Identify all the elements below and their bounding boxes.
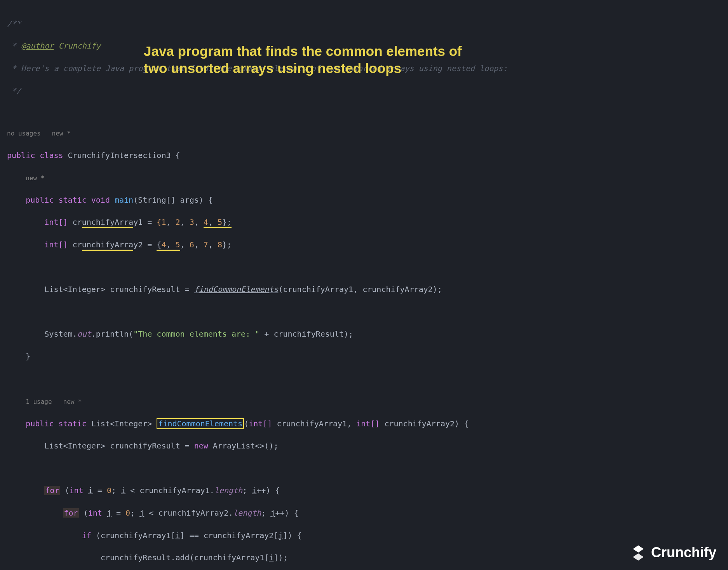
kw-void: void	[91, 195, 110, 205]
var-array1: crunchifyArray1	[139, 486, 210, 495]
kw-class: class	[40, 151, 63, 160]
kw-if: if	[82, 531, 91, 540]
code-editor[interactable]: /** * @author Crunchify * Here's a compl…	[0, 0, 728, 570]
crunchify-watermark: Crunchify	[629, 544, 716, 561]
type-string-array: String[]	[138, 195, 175, 205]
type-int-array: int[]	[249, 419, 272, 428]
method-add: add	[176, 553, 190, 562]
javadoc-author-tag: @author	[21, 41, 54, 50]
kw-new: new	[194, 441, 208, 450]
num-zero: 0	[125, 508, 130, 518]
param-array1: crunchifyArray1	[277, 419, 347, 428]
array1-values: {1, 2, 3, 4, 5	[157, 217, 222, 228]
type-int-array: int[]	[356, 419, 380, 428]
kw-int: int	[70, 486, 84, 495]
var-array1: crunchifyArray1	[101, 531, 171, 540]
field-length: length	[214, 486, 242, 495]
kw-static: static	[58, 419, 86, 428]
param-array2: crunchifyArray2	[384, 419, 455, 428]
class-system: System	[44, 329, 72, 339]
type-list: List	[91, 419, 110, 428]
var-array1: crunchifyArray1	[73, 217, 143, 228]
var-result: crunchifyResult	[273, 329, 344, 339]
array2-values: {4, 5, 6, 7, 8	[157, 240, 222, 251]
var-result: crunchifyResult	[110, 441, 180, 450]
comment-star: *	[7, 41, 21, 50]
main-method: main	[115, 195, 133, 205]
method-println: println	[96, 329, 129, 339]
var-result: crunchifyResult	[101, 553, 171, 562]
call-findCommonElements: findCommonElements	[194, 285, 279, 294]
type-int-array: int[]	[44, 240, 68, 249]
method-findCommonElements: findCommonElements	[157, 418, 244, 429]
num-zero: 0	[107, 486, 111, 495]
field-out: out	[77, 329, 91, 339]
var-j: j	[107, 508, 111, 518]
type-integer: Integer	[115, 419, 147, 428]
var-i: i	[252, 486, 256, 495]
kw-public: public	[7, 151, 35, 160]
string-literal: "The common elements are: "	[133, 329, 260, 339]
var-i: i	[176, 531, 180, 540]
arg-array1: crunchifyArray1	[283, 285, 354, 294]
kw-public: public	[26, 195, 54, 205]
type-integer: Integer	[68, 285, 101, 294]
type-list: List	[44, 441, 63, 450]
kw-public: public	[26, 419, 54, 428]
var-i: i	[88, 486, 93, 495]
javadoc-author-name: Crunchify	[54, 41, 100, 50]
comment-open: /**	[7, 19, 21, 28]
class-usage-hint: no usages new *	[7, 130, 71, 137]
var-array2: crunchifyArray2	[73, 240, 143, 251]
comment-close: */	[7, 86, 21, 96]
crunchify-logo-icon	[629, 544, 647, 561]
type-int-array: int[]	[44, 217, 68, 227]
field-length: length	[233, 508, 261, 518]
var-j: j	[270, 508, 275, 518]
headline-overlay: Java program that finds the common eleme…	[144, 43, 474, 77]
main-usage-hint: new *	[26, 174, 44, 182]
var-j: j	[139, 508, 144, 518]
var-i: i	[121, 486, 125, 495]
var-i: i	[269, 553, 273, 562]
kw-static: static	[58, 195, 86, 205]
var-result: crunchifyResult	[110, 285, 180, 294]
type-list: List	[44, 285, 63, 294]
kw-int: int	[88, 508, 102, 518]
param-args: args	[180, 195, 199, 205]
kw-for: for	[44, 486, 60, 495]
var-array2: crunchifyArray2	[204, 531, 274, 540]
type-integer: Integer	[68, 441, 101, 450]
class-name: CrunchifyIntersection3	[68, 151, 171, 160]
var-j: j	[278, 531, 283, 540]
kw-for: for	[63, 508, 79, 518]
watermark-text: Crunchify	[651, 547, 716, 558]
var-array2: crunchifyArray2	[158, 508, 228, 518]
arg-array2: crunchifyArray2	[362, 285, 433, 294]
class-arraylist: ArrayList	[213, 441, 255, 450]
var-array1: crunchifyArray1	[194, 553, 265, 562]
method-usage-hint: 1 usage new *	[26, 398, 82, 405]
